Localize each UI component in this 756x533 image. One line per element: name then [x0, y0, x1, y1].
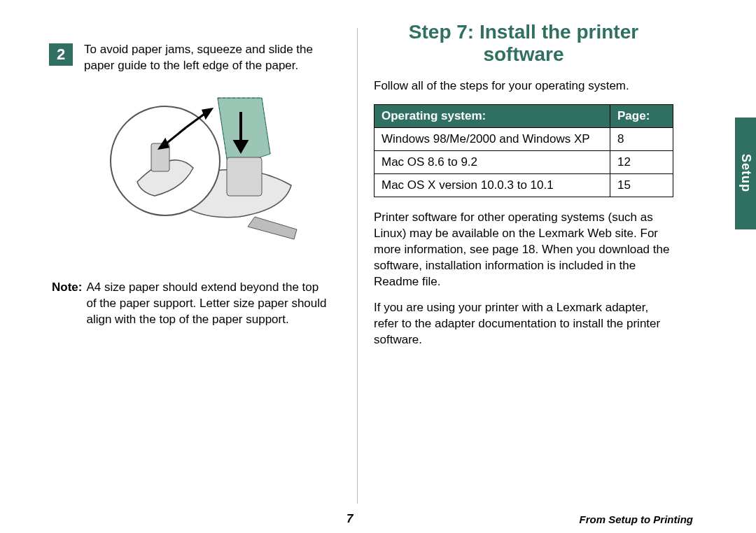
right-column: Step 7: Install the printer software Fol…	[344, 0, 736, 533]
step-heading: Step 7: Install the printer software	[374, 21, 673, 66]
os-cell: Mac OS X version 10.0.3 to 10.1	[374, 174, 610, 197]
printer-paper-guide-illustration	[81, 91, 298, 259]
table-row: Mac OS X version 10.0.3 to 10.1 15	[374, 174, 673, 197]
step-row: 2 To avoid paper jams, squeeze and slide…	[49, 42, 330, 74]
intro-paragraph: Follow all of the steps for your operati…	[374, 78, 673, 94]
table-header-os: Operating system:	[374, 105, 610, 128]
page-cell: 12	[610, 151, 673, 174]
svg-marker-10	[203, 109, 211, 118]
page: 2 To avoid paper jams, squeeze and slide…	[0, 0, 756, 533]
heading-rest: Install the printer software	[479, 21, 638, 65]
page-cell: 8	[610, 128, 673, 151]
paragraph-adapter-info: If you are using your printer with a Lex…	[374, 300, 673, 348]
step-instruction-text: To avoid paper jams, squeeze and slide t…	[84, 42, 330, 74]
table-row: Mac OS 8.6 to 9.2 12	[374, 151, 673, 174]
page-cell: 15	[610, 174, 673, 197]
left-column: 2 To avoid paper jams, squeeze and slide…	[0, 0, 344, 533]
note-block: Note: A4 size paper should extend beyond…	[49, 280, 330, 328]
footer-title: From Setup to Printing	[580, 513, 694, 525]
os-cell: Windows 98/Me/2000 and Windows XP	[374, 128, 610, 151]
os-table: Operating system: Page: Windows 98/Me/20…	[374, 104, 673, 197]
note-label: Note:	[52, 280, 82, 328]
step-number-badge: 2	[49, 43, 73, 66]
heading-prefix: Step 7:	[409, 21, 474, 43]
os-cell: Mac OS 8.6 to 9.2	[374, 151, 610, 174]
page-number: 7	[346, 512, 353, 526]
svg-rect-4	[227, 157, 262, 196]
note-text: A4 size paper should extend beyond the t…	[86, 280, 330, 328]
table-row: Windows 98/Me/2000 and Windows XP 8	[374, 128, 673, 151]
paragraph-linux-info: Printer software for other operating sys…	[374, 210, 673, 290]
table-header-page: Page:	[610, 105, 673, 128]
section-tab-setup: Setup	[735, 118, 756, 229]
